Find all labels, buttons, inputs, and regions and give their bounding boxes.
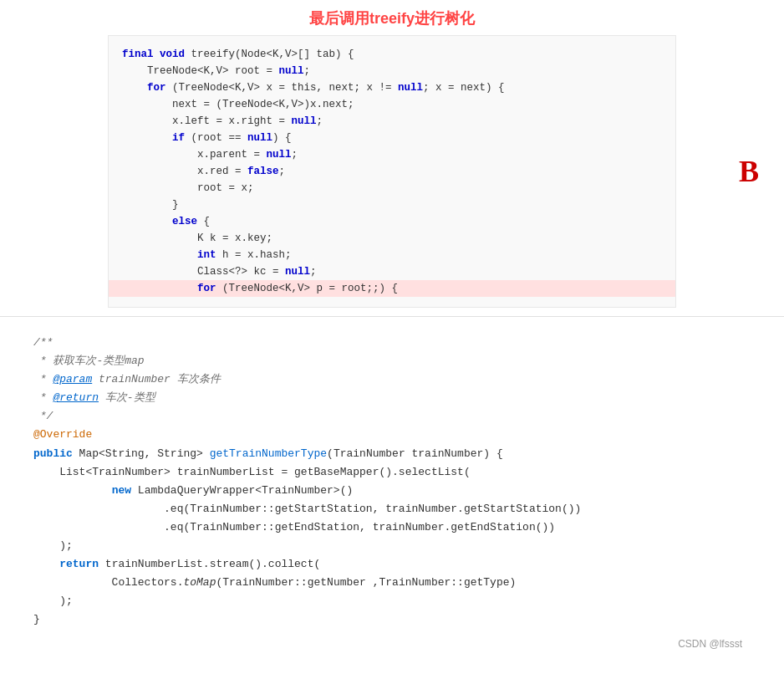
code-image-area: final void treeify(Node<K,V>[] tab) { Tr…: [108, 35, 676, 308]
comment-line-5: */: [33, 407, 751, 426]
body-line-6: return trainNumberList.stream().collect(: [33, 555, 751, 574]
logo-side: B: [739, 154, 759, 189]
code-line-4: next = (TreeNode<K,V>)x.next;: [122, 96, 662, 113]
body-line-2: new LambdaQueryWrapper<TrainNumber>(): [33, 482, 751, 500]
annotation-line: @Override: [33, 426, 751, 444]
bottom-section: /** * 获取车次-类型map * @param trainNumber 车次…: [0, 317, 784, 671]
top-wrapper: final void treeify(Node<K,V>[] tab) { Tr…: [0, 35, 784, 308]
code-line-3: for (TreeNode<K,V> x = this, next; x != …: [122, 79, 662, 96]
body-line-8: );: [33, 592, 751, 610]
top-section: 最后调用treeify进行树化 final void treeify(Node<…: [0, 0, 784, 317]
comment-line-1: /**: [33, 334, 751, 352]
body-line-5: );: [33, 537, 751, 555]
watermark: CSDN @lfssst: [33, 630, 751, 654]
code-line-1: final void treeify(Node<K,V>[] tab) {: [122, 46, 662, 63]
top-title: 最后调用treeify进行树化: [309, 8, 475, 28]
body-line-9: }: [33, 610, 751, 629]
code-line-9: root = x;: [122, 180, 662, 197]
code-line-10: }: [122, 197, 662, 213]
code-line-7: x.parent = null;: [122, 146, 662, 163]
body-line-3: .eq(TrainNumber::getStartStation, trainN…: [33, 500, 751, 518]
body-line-1: List<TrainNumber> trainNumberList = getB…: [33, 463, 751, 482]
body-line-7: Collectors.toMap(TrainNumber::getNumber …: [33, 574, 751, 592]
code-line-15-highlight: for (TreeNode<K,V> p = root;;) {: [109, 280, 675, 297]
page-container: 最后调用treeify进行树化 final void treeify(Node<…: [0, 0, 784, 671]
comment-line-4: * @return 车次-类型: [33, 389, 751, 407]
code-line-12: K k = x.key;: [122, 230, 662, 247]
comment-line-3: * @param trainNumber 车次条件: [33, 370, 751, 389]
code-block: /** * 获取车次-类型map * @param trainNumber 车次…: [33, 334, 751, 630]
logo-icon: B: [739, 155, 759, 188]
code-line-5: x.left = x.right = null;: [122, 113, 662, 130]
method-sig-line: public Map<String, String> getTrainNumbe…: [33, 445, 751, 463]
code-line-8: x.red = false;: [122, 163, 662, 180]
code-line-6: if (root == null) {: [122, 130, 662, 146]
body-line-4: .eq(TrainNumber::getEndStation, trainNum…: [33, 518, 751, 537]
code-line-14: Class<?> kc = null;: [122, 263, 662, 280]
code-line-13: int h = x.hash;: [122, 247, 662, 263]
comment-line-2: * 获取车次-类型map: [33, 352, 751, 370]
code-line-11: else {: [122, 213, 662, 230]
code-line-2: TreeNode<K,V> root = null;: [122, 63, 662, 79]
